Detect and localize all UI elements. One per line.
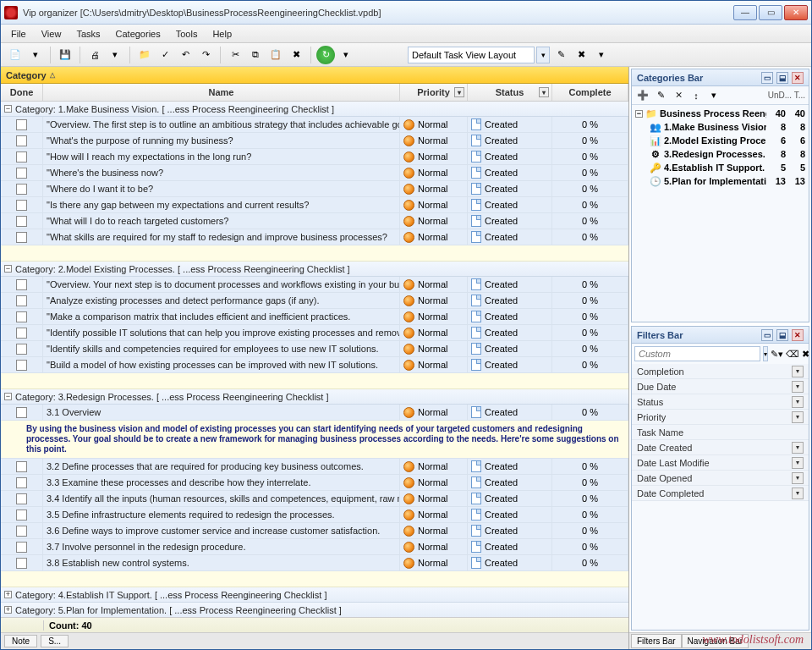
complete-cell[interactable]: 0 %	[552, 197, 628, 212]
name-cell[interactable]: "Where's the business now?	[43, 165, 400, 180]
move-icon[interactable]: ↕	[689, 88, 704, 103]
new-icon[interactable]: 📄	[6, 46, 25, 64]
priority-cell[interactable]: Normal	[400, 539, 468, 554]
task-row[interactable]: 3.7 Involve personnel in the redesign pr…	[1, 539, 628, 555]
dropdown-icon[interactable]: ▾	[792, 396, 804, 408]
task-row[interactable]: "Overview. Your next step is to document…	[1, 277, 628, 293]
expand-icon[interactable]: +	[4, 606, 12, 614]
checkbox[interactable]	[16, 119, 27, 130]
name-cell[interactable]: "How will I reach my expectations in the…	[43, 149, 400, 164]
category-row[interactable]: −Category: 3.Redesign Processes. [ ...es…	[1, 389, 628, 405]
status-cell[interactable]: Created	[468, 165, 552, 180]
folder-icon[interactable]: 📁	[135, 46, 154, 64]
tree-row[interactable]: 🕒5.Plan for Implementation.1313	[635, 174, 805, 188]
task-row[interactable]: "Where's the business now? Normal Create…	[1, 165, 628, 181]
priority-cell[interactable]: Normal	[400, 459, 468, 474]
done-cell[interactable]	[1, 341, 43, 356]
checkbox[interactable]	[16, 168, 27, 179]
complete-cell[interactable]: 0 %	[552, 555, 628, 570]
delete-category-icon[interactable]: ⨯	[671, 88, 686, 103]
pin-icon[interactable]: ▭	[761, 72, 773, 84]
done-cell[interactable]	[1, 539, 43, 554]
name-cell[interactable]: "What will I do to reach targeted custom…	[43, 213, 400, 229]
name-cell[interactable]: "Overview. The first step is to outline …	[43, 117, 400, 132]
priority-cell[interactable]: Normal	[400, 491, 468, 506]
status-cell[interactable]: Created	[468, 341, 552, 356]
complete-cell[interactable]: 0 %	[552, 293, 628, 308]
done-cell[interactable]	[1, 133, 43, 148]
collapse-icon[interactable]: ⬓	[776, 329, 788, 341]
checkbox[interactable]	[16, 542, 27, 553]
tree-row[interactable]: 🔑4.Establish IT Support.55	[635, 161, 805, 174]
task-icon[interactable]: ✓	[156, 46, 174, 64]
done-cell[interactable]	[1, 357, 43, 372]
name-cell[interactable]: "Overview. Your next step is to document…	[43, 277, 400, 292]
checkbox[interactable]	[16, 510, 27, 521]
checkbox[interactable]	[16, 216, 27, 227]
filter-name-input[interactable]	[634, 346, 760, 361]
minimize-button[interactable]: —	[733, 5, 757, 20]
checkbox[interactable]	[16, 311, 27, 322]
dropdown-icon[interactable]: ▾	[792, 411, 804, 423]
dropdown-icon[interactable]: ▾	[106, 46, 124, 64]
done-cell[interactable]	[1, 325, 43, 340]
priority-cell[interactable]: Normal	[400, 405, 468, 420]
col-header-priority[interactable]: Priority▾	[400, 84, 468, 101]
done-cell[interactable]	[1, 475, 43, 490]
redo-icon[interactable]: ↷	[196, 46, 215, 64]
done-cell[interactable]	[1, 117, 43, 132]
collapse-icon[interactable]: −	[635, 110, 643, 118]
name-cell[interactable]: 3.7 Involve personnel in the redesign pr…	[43, 539, 400, 554]
task-row[interactable]: "Make a comparison matrix that includes …	[1, 309, 628, 325]
task-row[interactable]: "What skills are required for my staff t…	[1, 229, 628, 245]
done-cell[interactable]	[1, 459, 43, 474]
name-cell[interactable]: 3.8 Establish new control systems.	[43, 555, 400, 570]
name-cell[interactable]: "Analyze existing processes and detect p…	[43, 293, 400, 308]
collapse-icon[interactable]: −	[4, 265, 12, 273]
filter-item[interactable]: Priority▾	[632, 410, 809, 425]
complete-cell[interactable]: 0 %	[552, 165, 628, 180]
name-cell[interactable]: "What's the purpose of running my busine…	[43, 133, 400, 148]
done-cell[interactable]	[1, 181, 43, 196]
expand-icon[interactable]: +	[4, 591, 12, 598]
refresh-icon[interactable]: ↻	[316, 46, 335, 64]
tree-row[interactable]: ⚙3.Redesign Processes.88	[635, 147, 805, 161]
menu-item[interactable]: File	[4, 27, 33, 41]
layout-delete-icon[interactable]: ✖	[572, 46, 590, 64]
task-row[interactable]: 3.4 Identify all the inputs (human resou…	[1, 491, 628, 507]
filter-dropdown-icon[interactable]: ▾	[539, 87, 549, 97]
priority-cell[interactable]: Normal	[400, 325, 468, 340]
cut-icon[interactable]: ✂	[226, 46, 244, 64]
dropdown-icon[interactable]: ▾	[792, 442, 804, 454]
checkbox[interactable]	[16, 200, 27, 211]
done-cell[interactable]	[1, 277, 43, 292]
complete-cell[interactable]: 0 %	[552, 213, 628, 229]
col-header-done[interactable]: Done	[1, 84, 43, 101]
layout-input[interactable]	[408, 47, 535, 63]
done-cell[interactable]	[1, 293, 43, 308]
priority-cell[interactable]: Normal	[400, 555, 468, 570]
task-row[interactable]: "What will I do to reach targeted custom…	[1, 213, 628, 229]
complete-cell[interactable]: 0 %	[552, 341, 628, 356]
checkbox[interactable]	[16, 558, 27, 569]
status-cell[interactable]: Created	[468, 133, 552, 148]
priority-cell[interactable]: Normal	[400, 309, 468, 324]
done-cell[interactable]	[1, 507, 43, 522]
task-row[interactable]: "How will I reach my expectations in the…	[1, 149, 628, 165]
status-cell[interactable]: Created	[468, 277, 552, 292]
task-row[interactable]: "Build a model of how existing processes…	[1, 357, 628, 373]
complete-cell[interactable]: 0 %	[552, 507, 628, 522]
task-row[interactable]: 3.3 Examine these processes and describe…	[1, 475, 628, 491]
filter-dropdown-icon[interactable]: ▾	[454, 87, 464, 97]
status-cell[interactable]: Created	[468, 213, 552, 229]
checkbox[interactable]	[16, 526, 27, 537]
checkbox[interactable]	[16, 135, 27, 146]
status-cell[interactable]: Created	[468, 459, 552, 474]
done-cell[interactable]	[1, 229, 43, 245]
done-cell[interactable]	[1, 213, 43, 229]
priority-cell[interactable]: Normal	[400, 197, 468, 212]
pin-icon[interactable]: ▭	[761, 329, 773, 341]
edit-category-icon[interactable]: ✎	[653, 88, 668, 103]
priority-cell[interactable]: Normal	[400, 341, 468, 356]
name-cell[interactable]: 3.2 Define processes that are required f…	[43, 459, 400, 474]
